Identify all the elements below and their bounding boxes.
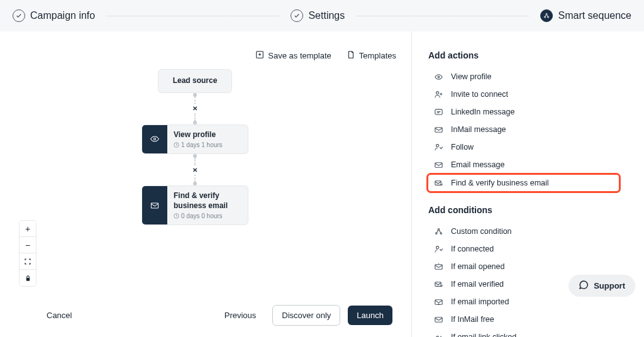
condition-item[interactable]: If InMail free <box>428 312 619 327</box>
action-icon <box>433 89 443 99</box>
condition-item[interactable]: If email opened <box>428 259 619 274</box>
condition-icon <box>433 226 443 236</box>
footer-bar: Cancel Previous Discover only Launch <box>0 305 411 326</box>
action-item[interactable]: Find & verify business email <box>428 175 619 191</box>
flow-container: Lead source ✕ View profile 1 days 1 hour… <box>142 69 248 225</box>
svg-rect-6 <box>151 203 158 208</box>
action-item[interactable]: View profile <box>428 69 619 84</box>
svg-point-19 <box>436 246 438 248</box>
condition-icon <box>433 332 443 337</box>
fit-screen-button[interactable] <box>19 253 36 270</box>
zoom-controls: + − <box>19 220 36 287</box>
condition-label: If email link clicked <box>451 333 516 337</box>
launch-button[interactable]: Launch <box>348 306 392 325</box>
document-icon <box>347 50 355 61</box>
svg-point-13 <box>436 144 438 146</box>
sequence-canvas[interactable]: Save as template Templates Lead source ✕… <box>0 31 411 337</box>
action-icon <box>433 178 443 188</box>
connector[interactable]: ✕ <box>142 93 248 124</box>
svg-rect-20 <box>435 264 441 269</box>
step-label: Settings <box>308 10 345 21</box>
check-icon <box>291 9 303 22</box>
action-icon <box>433 142 443 152</box>
step-settings[interactable]: Settings <box>291 9 345 22</box>
condition-icon <box>433 279 443 289</box>
stepper: Campaign info Settings Smart sequence <box>0 0 644 31</box>
action-icon <box>433 107 443 117</box>
svg-point-2 <box>548 16 549 18</box>
node-lead-source[interactable]: Lead source <box>158 69 232 93</box>
discover-only-button[interactable]: Discover only <box>272 305 340 326</box>
action-label: Invite to connect <box>451 90 508 99</box>
action-label: LinkedIn message <box>451 108 514 116</box>
condition-icon <box>433 262 443 272</box>
condition-label: Custom condition <box>451 227 512 236</box>
save-as-template-button[interactable]: Save as template <box>255 50 331 61</box>
action-item[interactable]: Email message <box>428 157 619 172</box>
svg-point-17 <box>435 233 436 234</box>
svg-rect-21 <box>435 282 440 286</box>
zoom-in-button[interactable]: + <box>19 221 36 237</box>
action-icon <box>433 124 443 135</box>
node-find-verify-email[interactable]: Find & verify business email 0 days 0 ho… <box>142 185 248 225</box>
remove-icon: ✕ <box>192 105 197 112</box>
svg-point-4 <box>153 138 155 140</box>
svg-rect-12 <box>435 127 441 132</box>
chat-icon <box>579 280 589 292</box>
mail-icon <box>142 186 167 224</box>
action-item[interactable]: Follow <box>428 140 619 155</box>
svg-point-16 <box>438 228 439 229</box>
condition-icon <box>433 244 443 254</box>
svg-point-0 <box>546 13 547 14</box>
svg-point-10 <box>436 91 438 94</box>
lock-button[interactable] <box>19 270 36 286</box>
check-icon <box>13 9 25 22</box>
condition-item[interactable]: Custom condition <box>428 224 619 239</box>
svg-rect-14 <box>435 162 441 167</box>
step-label: Smart sequence <box>558 10 631 21</box>
action-item[interactable]: InMail message <box>428 122 619 137</box>
action-label: View profile <box>451 72 491 81</box>
condition-icon <box>433 314 443 324</box>
cancel-button[interactable]: Cancel <box>38 306 80 325</box>
support-button[interactable]: Support <box>569 275 635 297</box>
previous-button[interactable]: Previous <box>216 306 265 325</box>
add-actions-header: Add actions <box>428 50 619 60</box>
action-icon <box>433 72 443 82</box>
action-label: InMail message <box>451 125 506 134</box>
condition-label: If InMail free <box>451 315 494 324</box>
condition-item[interactable]: If connected <box>428 241 619 257</box>
condition-icon <box>433 297 443 307</box>
templates-button[interactable]: Templates <box>347 50 396 61</box>
action-icon <box>433 160 443 170</box>
svg-rect-8 <box>26 278 30 281</box>
zoom-out-button[interactable]: − <box>19 237 36 253</box>
step-label: Campaign info <box>30 10 95 21</box>
condition-label: If connected <box>451 245 494 253</box>
svg-rect-23 <box>435 317 441 322</box>
action-item[interactable]: Invite to connect <box>428 87 619 102</box>
eye-icon <box>142 125 167 154</box>
step-divider <box>356 16 529 16</box>
svg-rect-15 <box>435 180 440 185</box>
condition-label: If email verified <box>451 280 504 289</box>
action-label: Email message <box>451 160 504 169</box>
sequence-icon <box>540 9 553 22</box>
save-icon <box>255 50 264 61</box>
condition-label: If email opened <box>451 262 504 271</box>
condition-label: If email imported <box>451 297 509 306</box>
action-label: Find & verify business email <box>451 179 549 187</box>
remove-icon: ✕ <box>192 167 197 174</box>
connector[interactable]: ✕ <box>142 154 248 185</box>
svg-point-9 <box>438 76 440 78</box>
action-label: Follow <box>451 143 474 152</box>
node-view-profile[interactable]: View profile 1 days 1 hours <box>142 124 248 155</box>
svg-point-18 <box>440 233 441 234</box>
add-conditions-header: Add conditions <box>428 205 619 215</box>
svg-point-1 <box>545 16 546 18</box>
step-divider <box>106 16 279 16</box>
action-item[interactable]: LinkedIn message <box>428 104 619 119</box>
step-campaign-info[interactable]: Campaign info <box>13 9 95 22</box>
condition-item[interactable]: If email link clicked <box>428 329 619 337</box>
step-smart-sequence[interactable]: Smart sequence <box>540 9 631 22</box>
